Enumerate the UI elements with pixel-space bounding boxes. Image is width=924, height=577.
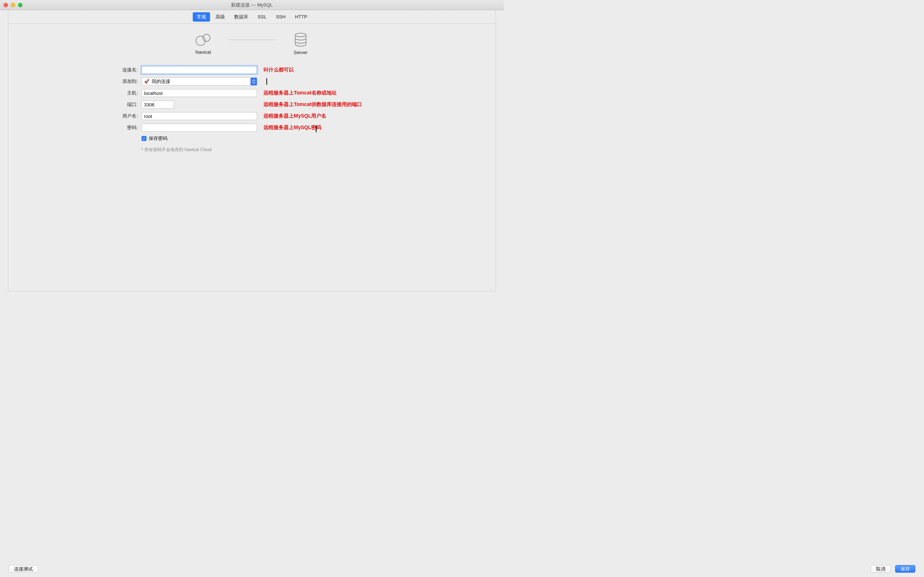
navicat-icon bbox=[195, 33, 211, 47]
window-body: 常规 高级 数据库 SSL SSH HTTP Navicat Server bbox=[8, 10, 496, 292]
window-title: 新建连接 — MySQL bbox=[0, 2, 504, 8]
connection-name-label: 连接名: bbox=[113, 67, 138, 73]
tab-ssh[interactable]: SSH bbox=[272, 13, 289, 21]
chevron-updown-icon bbox=[250, 77, 257, 85]
navicat-label: Navicat bbox=[195, 49, 211, 55]
add-to-value: 我的连接 bbox=[152, 78, 170, 85]
host-input[interactable] bbox=[142, 89, 257, 97]
tab-database[interactable]: 数据库 bbox=[230, 12, 252, 22]
add-to-select[interactable]: 🚀 我的连接 bbox=[142, 77, 257, 85]
save-password-row[interactable]: ✓ 保存密码 bbox=[142, 135, 257, 142]
close-icon[interactable] bbox=[3, 3, 8, 7]
add-to-label: 添加到: bbox=[113, 78, 138, 85]
port-label: 端口: bbox=[113, 102, 138, 108]
checkbox-checked-icon[interactable]: ✓ bbox=[142, 136, 147, 141]
port-input[interactable] bbox=[142, 101, 174, 108]
host-label: 主机: bbox=[113, 90, 138, 96]
tab-ssl[interactable]: SSL bbox=[254, 13, 271, 21]
annotation-host: 远程服务器上Tomcat名称或地址 bbox=[261, 90, 391, 96]
window-controls bbox=[3, 3, 23, 7]
save-password-label: 保存密码 bbox=[149, 135, 168, 142]
titlebar: 新建连接 — MySQL bbox=[0, 0, 504, 10]
password-label: 密码: bbox=[113, 124, 138, 131]
connection-diagram: Navicat Server bbox=[8, 32, 496, 55]
rocket-icon: 🚀 bbox=[144, 79, 149, 84]
annotation-connection-name: 叫什么都可以 bbox=[261, 67, 391, 73]
username-label: 用户名: bbox=[113, 113, 138, 119]
database-icon bbox=[294, 32, 307, 47]
server-icon-box: Server bbox=[286, 32, 315, 55]
server-label: Server bbox=[294, 50, 307, 55]
annotation-port: 远程服务器上Tomcat供数据库连接用的端口 bbox=[261, 102, 391, 108]
form-area: 连接名: 叫什么都可以 添加到: 🚀 我的连接 主机: 远程服务器上Tomcat… bbox=[8, 66, 496, 153]
password-input[interactable] bbox=[142, 124, 257, 132]
svg-point-2 bbox=[295, 33, 306, 37]
maximize-icon[interactable] bbox=[18, 3, 23, 7]
navicat-icon-box: Navicat bbox=[189, 33, 218, 55]
minimize-icon[interactable] bbox=[11, 3, 15, 7]
tab-advanced[interactable]: 高级 bbox=[212, 12, 229, 22]
annotation-username: 远程服务器上MySQL用户名 bbox=[261, 113, 391, 119]
tabbar: 常规 高级 数据库 SSL SSH HTTP bbox=[8, 10, 496, 24]
password-note: * 所有密码不会保存到 Navicat Cloud bbox=[142, 147, 257, 153]
username-input[interactable] bbox=[142, 112, 257, 120]
connection-name-input[interactable] bbox=[142, 66, 257, 74]
annotation-add-to bbox=[261, 78, 391, 85]
connector-line bbox=[228, 40, 275, 40]
tab-general[interactable]: 常规 bbox=[193, 12, 210, 22]
tab-http[interactable]: HTTP bbox=[291, 13, 311, 21]
annotation-password: 远程服务器上MySQL密码 bbox=[261, 124, 391, 131]
